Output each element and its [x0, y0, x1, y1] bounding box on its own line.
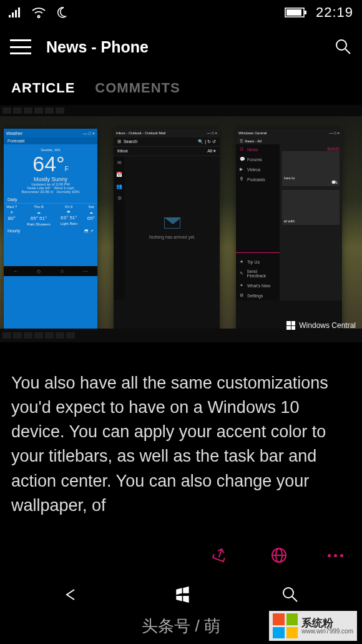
watermark-center-text: 头条号 / 萌 — [142, 615, 220, 637]
battery-icon — [285, 7, 307, 18]
weather-temp: 64° — [32, 152, 64, 176]
page-title: News - Phone — [46, 38, 335, 56]
app-header: News - Phone — [0, 25, 362, 69]
svg-line-13 — [292, 597, 297, 602]
svg-point-7 — [336, 40, 346, 50]
signal-icon — [9, 7, 22, 17]
search-nav-button[interactable] — [281, 586, 299, 603]
envelope-icon — [164, 217, 180, 229]
inbox-label: Inbox — [117, 149, 128, 154]
wifi-icon — [31, 7, 46, 18]
system-nav-bar — [0, 575, 362, 615]
mail-empty-text: Nothing has arrived yet. — [149, 235, 195, 239]
hamburger-menu-button[interactable] — [10, 39, 31, 54]
share-button[interactable] — [212, 547, 230, 564]
microsoft-logo-icon — [273, 613, 298, 638]
tab-comments[interactable]: COMMENTS — [95, 80, 180, 96]
svg-point-12 — [283, 588, 293, 598]
svg-rect-2 — [15, 10, 17, 17]
watermark-site-url: www.win7999.com — [301, 628, 353, 635]
svg-rect-1 — [12, 12, 14, 17]
globe-button[interactable] — [270, 547, 288, 564]
svg-rect-3 — [18, 7, 20, 17]
article-body: You also have all the same customization… — [0, 342, 362, 536]
action-bar — [0, 536, 362, 575]
svg-rect-6 — [286, 9, 301, 16]
watermark-site-name: 系统粉 — [301, 618, 333, 628]
weather-location: Seattle, WA — [9, 148, 92, 152]
svg-rect-5 — [305, 11, 306, 14]
svg-rect-0 — [9, 15, 11, 17]
mail-title: Inbox - Outlook - Outlook Mail — [116, 131, 165, 135]
svg-line-8 — [345, 49, 350, 54]
image-top-taskbar — [0, 105, 362, 116]
tab-bar: ARTICLE COMMENTS — [0, 69, 362, 105]
image-bottom-taskbar — [0, 329, 362, 342]
mini-weather-window: Weather— □ × Forecast Seattle, WA 64°F M… — [4, 129, 97, 335]
home-button[interactable] — [174, 585, 192, 604]
weather-title: Weather — [6, 131, 22, 136]
mini-mail-window: Inbox - Outlook - Outlook Mail— □ × ☰ Se… — [114, 129, 220, 335]
status-bar: 22:19 — [0, 0, 362, 25]
image-watermark: Windows Central — [286, 321, 356, 330]
back-button[interactable] — [63, 587, 84, 602]
tab-article[interactable]: ARTICLE — [11, 80, 75, 96]
more-button[interactable] — [328, 554, 343, 557]
search-button[interactable] — [335, 38, 352, 56]
moon-icon — [55, 6, 67, 19]
forecast-label: Forecast — [4, 137, 97, 144]
clock: 22:19 — [316, 4, 353, 21]
mini-wc-window: Windows Central— □ × ☰ News - All ☷News … — [236, 129, 342, 335]
weather-condition: Mostly Sunny — [9, 176, 92, 182]
article-hero-image: Weather— □ × Forecast Seattle, WA 64°F M… — [0, 105, 362, 342]
